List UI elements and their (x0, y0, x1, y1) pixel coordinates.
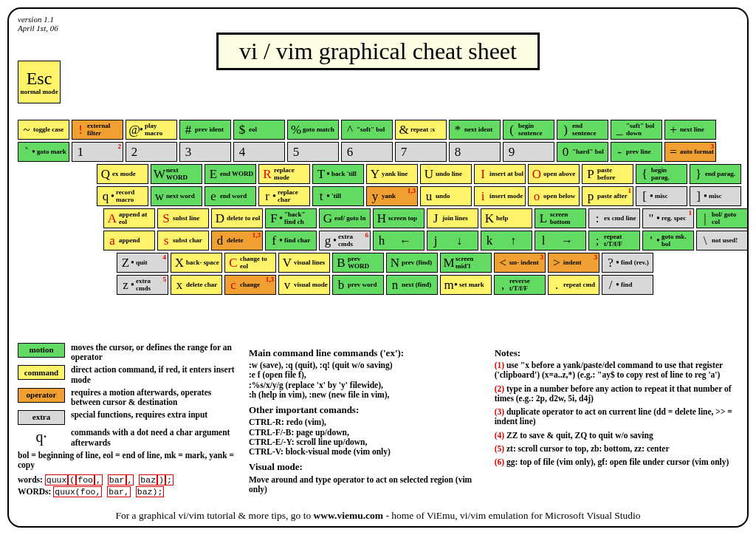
key-+: +next line (664, 120, 716, 140)
key-column: ?•find (rev.)/•find (602, 253, 653, 295)
legend-row-command: commanddirect action command, if red, it… (18, 365, 236, 384)
key-K: Khelp (481, 208, 532, 228)
key-L: Lscreen bottom (535, 208, 586, 228)
q-example-row: q· commands with a dot need a char argum… (18, 428, 236, 447)
note-6: (6) gg: top of file (vim only), gf: open… (495, 457, 741, 467)
key-6: 6 (341, 142, 393, 162)
key-\: \not used! (696, 231, 748, 251)
key-column: Khelpk↑ (481, 208, 532, 251)
key-B: Bprev WORD (332, 253, 384, 273)
key-c: cchange1,3 (224, 275, 276, 295)
other-commands-heading: Other important comands: (249, 404, 481, 416)
notes-heading: Notes: (495, 347, 741, 359)
key-7: 7 (395, 142, 447, 162)
key-<: <un- indent3 (494, 253, 546, 273)
key-column: <un- indent3,reverse t/T/f/F (494, 253, 546, 295)
key-&: &repeat :s (395, 120, 447, 140)
esc-label: Esc (27, 69, 52, 89)
key-column: #prev ident3 (179, 120, 231, 162)
key-column: Cchange to eolcchange1,3 (224, 253, 276, 295)
key-O: Oopen above (528, 164, 580, 184)
key-4: 4 (233, 142, 285, 162)
key-column: Wnext WORDwnext word (151, 164, 202, 206)
key-column: F•"back" find chf•find char (265, 208, 317, 251)
key-column: "•reg. spec1'•goto mk. bol (642, 208, 694, 251)
key-column: Jjoin linesj↓ (427, 208, 478, 251)
other-commands-text: CTRL-R: redo (vim), CTRL-F/-B: page up/d… (249, 418, 481, 457)
key-column: )end sentence0"hard" bol (557, 120, 608, 162)
key-2: 2 (126, 142, 177, 162)
key-C: Cchange to eol (224, 253, 276, 273)
key-%: %goto match (287, 120, 339, 140)
key-s: ssubst char (157, 231, 209, 251)
key-z: z•extra cmds5 (117, 275, 168, 295)
ex-commands-text: :w (save), :q (quit), :q! (quit w/o savi… (249, 361, 481, 400)
key-Z: Z•quit4 (117, 253, 168, 273)
key-~: ~toggle case (18, 120, 69, 140)
key-?: ?•find (rev.) (602, 253, 653, 273)
key-column: +next line=auto format3 (664, 120, 716, 162)
legend-column: motionmoves the cursor, or defines the r… (18, 343, 236, 497)
key-k: k↑ (481, 231, 532, 251)
keyboard-row: Z•quit4z•extra cmds5Xback- spacexdelete … (117, 253, 741, 295)
key-g: g•extra cmds6 (319, 231, 371, 251)
legend-text: direct action command, if red, it enters… (71, 365, 236, 384)
key-F: F•"back" find ch (265, 208, 317, 228)
key-=: =auto format3 (664, 142, 716, 162)
footer-pre: For a graphical vi/vim tutorial & more t… (115, 510, 313, 521)
key-column: |bol/ goto col\not used! (696, 208, 748, 251)
key-I: Iinsert at bol (474, 164, 526, 184)
legend-box: extra (18, 410, 65, 425)
legend-box: command (18, 365, 65, 380)
visual-mode-heading: Visual mode: (249, 461, 481, 473)
q-dot-example: q· (18, 428, 65, 446)
footer-url: www.viemu.com (314, 510, 384, 521)
key-column: Bprev WORDbprev word (332, 253, 384, 295)
note-1: (1) use "x before a yank/paste/del comma… (495, 361, 741, 380)
key-x: xdelete char (171, 275, 222, 295)
key-column: $eol4 (233, 120, 285, 162)
key-N: Nprev (find) (386, 253, 438, 273)
key-i: iinsert mode (474, 186, 526, 206)
key-column: >indent3.repeat cmd (548, 253, 599, 295)
key-^: ^"soft" bol (341, 120, 393, 140)
key-column: Eend WORDeend word (205, 164, 256, 206)
q-dot-text: commands with a dot need a char argument… (71, 428, 236, 447)
key-j: j↓ (427, 231, 478, 251)
date-line: April 1st, 06 (18, 24, 738, 33)
note-5: (5) zt: scroll cursor to top, zb: bottom… (495, 444, 741, 454)
cheat-sheet-page: version 1.1 April 1st, 06 vi / vim graph… (7, 7, 749, 528)
key-}: }end parag. (690, 164, 741, 184)
key-column: T•back 'tillt•'till (312, 164, 364, 206)
key-Q: Qex mode (97, 164, 148, 184)
key-P: Ppaste before (582, 164, 633, 184)
key-;: ;repeat t/T/f/F (588, 231, 640, 251)
key-h: h← (373, 231, 425, 251)
key-column: Nprev (find)nnext (find) (386, 253, 438, 295)
key-r: r•replace char (258, 186, 310, 206)
key-column: !external filter12 (72, 120, 123, 162)
footer-post: - home of ViEmu, vi/vim emulation for Mi… (383, 510, 640, 521)
legend-text: moves the cursor, or defines the range f… (71, 343, 236, 362)
key-#: #prev ident (179, 120, 231, 140)
key-column: @•play macro2 (126, 120, 177, 162)
key->: >indent3 (548, 253, 599, 273)
key-column: Iinsert at boliinsert mode (474, 164, 526, 206)
key-W: Wnext WORD (151, 164, 202, 184)
key-column: Rreplace moder•replace char (258, 164, 310, 206)
key-column: _"soft" bol down-prev line (611, 120, 662, 162)
key-X: Xback- space (171, 253, 222, 273)
note-2: (2) type in a number before any action t… (495, 384, 741, 403)
key-column: :ex cmd line;repeat t/T/f/F (588, 208, 640, 251)
key-{: {begin parag. (636, 164, 687, 184)
footer: For a graphical vi/vim tutorial & more t… (9, 510, 747, 522)
key-column: Vvisual linesvvisual mode (278, 253, 330, 295)
key-column: Yyank lineyyank1,3 (366, 164, 418, 206)
key-column: Lscreen bottoml→ (535, 208, 586, 251)
key-column: Aappend at eolaappend (103, 208, 155, 251)
words-label: words: (18, 475, 43, 484)
key-*: *next ident (449, 120, 501, 140)
abbrev-line: bol = beginning of line, eol = end of li… (18, 451, 236, 470)
key-J: Jjoin lines (427, 208, 478, 228)
key-y: yyank1,3 (366, 186, 418, 206)
